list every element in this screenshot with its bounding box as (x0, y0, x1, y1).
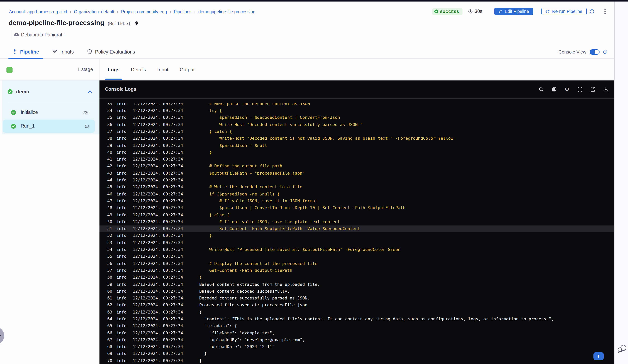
open-in-new-icon[interactable] (590, 87, 595, 92)
log-line: 36 info 12/12/2024, 00:27:34 Write-Host … (99, 121, 614, 128)
log-message (199, 177, 614, 184)
breadcrumb-account[interactable]: Account: app-harness-ng-cicd (9, 9, 67, 14)
build-id: (Build Id: 7) (108, 21, 130, 26)
user-name: Debabrata Panigrahi (21, 32, 65, 38)
log-timestamp: 12/12/2024, 00:27:34 (133, 107, 183, 114)
log-line-number: 41 (107, 156, 112, 163)
log-message: } (199, 358, 614, 364)
duration-label: 30s (474, 9, 482, 14)
log-line-number: 50 (107, 219, 112, 226)
breadcrumb-organization[interactable]: Organization: default (74, 9, 114, 14)
settings-gear-icon[interactable]: ⚙ (564, 87, 569, 92)
chevron-up-icon[interactable] (87, 89, 92, 94)
pencil-icon (499, 9, 502, 13)
log-timestamp: 12/12/2024, 00:27:34 (133, 253, 183, 260)
log-viewport[interactable]: 33 info 12/12/2024, 00:27:34 # Now, pars… (99, 103, 614, 364)
tab-details[interactable]: Details (131, 59, 146, 80)
log-timestamp: 12/12/2024, 00:27:34 (133, 225, 183, 232)
breadcrumb-pipelines[interactable]: Pipelines (174, 9, 191, 14)
log-level: info (116, 309, 127, 316)
log-line-number: 59 (107, 281, 112, 288)
log-line: 34 info 12/12/2024, 00:27:34 try { (99, 107, 614, 114)
status-label: SUCCESS (440, 9, 459, 13)
more-options-menu[interactable] (603, 7, 607, 15)
log-timestamp: 12/12/2024, 00:27:34 (133, 274, 183, 281)
log-timestamp: 12/12/2024, 00:27:34 (133, 205, 183, 212)
tab-logs[interactable]: Logs (108, 59, 119, 80)
clock-icon (468, 9, 473, 14)
log-level: info (116, 103, 127, 108)
log-line-number: 51 (107, 225, 112, 232)
log-line-number: 61 (107, 295, 112, 302)
breadcrumb-separator: › (70, 9, 71, 14)
log-line: 51 info 12/12/2024, 00:27:34 Set-Content… (99, 225, 614, 232)
log-line-number: 44 (107, 177, 112, 184)
page-header: Account: app-harness-ng-cicd › Organizat… (0, 1, 614, 45)
execution-sidebar: demo Initialize 23s Run_1 5s (0, 80, 99, 364)
log-line-number: 46 (107, 191, 112, 198)
console-view-toggle[interactable] (590, 49, 600, 55)
log-line: 46 info 12/12/2024, 00:27:34 if ($parsed… (99, 191, 614, 198)
log-level: info (116, 198, 127, 205)
log-timestamp: 12/12/2024, 00:27:34 (133, 128, 183, 135)
log-line-number: 54 (107, 246, 112, 253)
copy-icon[interactable] (551, 87, 556, 92)
log-timestamp: 12/12/2024, 00:27:34 (133, 191, 183, 198)
user-avatar-icon (14, 32, 19, 37)
rerun-pipeline-button[interactable]: Re-run Pipeline (542, 7, 586, 15)
log-timestamp: 12/12/2024, 00:27:34 (133, 121, 183, 128)
log-timestamp: 12/12/2024, 00:27:34 (133, 344, 183, 351)
log-message: "fileName": "example.txt", (199, 330, 614, 337)
fullscreen-icon[interactable] (577, 87, 582, 92)
breadcrumb-current-pipeline[interactable]: demo-pipeline-file-processing (198, 9, 255, 14)
log-timestamp: 12/12/2024, 00:27:34 (133, 177, 183, 184)
shield-check-icon (87, 49, 92, 54)
log-level: info (116, 323, 127, 330)
log-level: info (116, 184, 127, 191)
download-icon[interactable] (603, 87, 608, 92)
log-level: info (116, 121, 127, 128)
search-icon[interactable] (539, 87, 544, 92)
tab-input[interactable]: Input (157, 59, 168, 80)
log-message: $parsedJson | ConvertTo-Json -Depth 10 |… (199, 205, 614, 212)
step-initialize[interactable]: Initialize 23s (2, 106, 95, 119)
log-line: 69 info 12/12/2024, 00:27:34 } (99, 351, 614, 358)
log-line-number: 37 (107, 128, 112, 135)
edit-pipeline-button[interactable]: Edit Pipeline (494, 7, 533, 15)
log-line-number: 45 (107, 184, 112, 191)
scroll-to-top-button[interactable] (593, 352, 604, 360)
log-message: { (199, 309, 614, 316)
log-level: info (116, 288, 127, 295)
tab-policy-evaluations[interactable]: Policy Evaluations (83, 45, 139, 59)
help-chat-icon[interactable] (617, 344, 628, 353)
log-timestamp: 12/12/2024, 00:27:34 (133, 142, 183, 149)
log-message: Write-Host "Decoded content successfully… (199, 121, 614, 128)
log-line-number: 39 (107, 142, 112, 149)
tab-pipeline[interactable]: Pipeline (8, 45, 43, 59)
log-line-number: 63 (107, 309, 112, 316)
stage-header[interactable]: demo (2, 80, 99, 103)
log-message (199, 253, 614, 260)
rerun-info-icon[interactable] (589, 9, 594, 14)
console-view-info-icon[interactable] (603, 50, 607, 54)
log-message: # Display the content of the processed f… (199, 260, 614, 267)
tab-output[interactable]: Output (180, 59, 195, 80)
tab-policy-label: Policy Evaluations (95, 49, 135, 55)
stage-summary-row: 1 stage (0, 59, 99, 80)
step-name: Run_1 (21, 123, 35, 129)
tab-inputs[interactable]: Inputs (49, 45, 78, 59)
step-run-1[interactable]: Run_1 5s (2, 120, 95, 133)
breadcrumb-project[interactable]: Project: community-eng (121, 9, 167, 14)
log-level: info (116, 170, 127, 177)
stage-status-square[interactable] (6, 67, 12, 73)
log-timestamp: 12/12/2024, 00:27:34 (133, 302, 183, 309)
stage-success-icon (7, 89, 12, 94)
top-window-bar (0, 0, 628, 1)
log-line-number: 49 (107, 212, 112, 219)
log-message: Write-Host "Decoded content is not valid… (199, 135, 614, 142)
log-timestamp: 12/12/2024, 00:27:34 (133, 288, 183, 295)
log-message: } (199, 149, 614, 156)
log-level: info (116, 156, 127, 163)
log-message: } catch { (199, 128, 614, 135)
log-line: 62 info 12/12/2024, 00:27:34 Processed f… (99, 302, 614, 309)
